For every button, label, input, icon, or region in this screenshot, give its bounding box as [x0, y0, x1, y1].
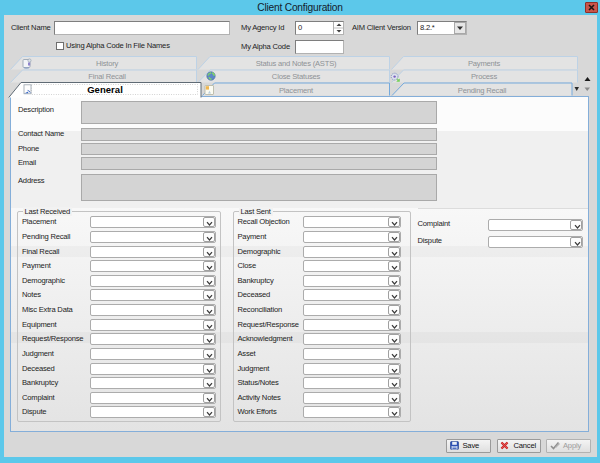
svg-text:Close Statuses: Close Statuses [272, 72, 321, 81]
svg-text:History: History [96, 59, 119, 68]
svg-text:Placement: Placement [279, 86, 314, 95]
svg-text:Process: Process [471, 72, 497, 81]
svg-text:Status and Notes (ASTS): Status and Notes (ASTS) [256, 59, 337, 68]
svg-text:General: General [87, 84, 123, 95]
svg-text:Payments: Payments [468, 59, 501, 68]
svg-text:Pending Recall: Pending Recall [458, 86, 507, 95]
